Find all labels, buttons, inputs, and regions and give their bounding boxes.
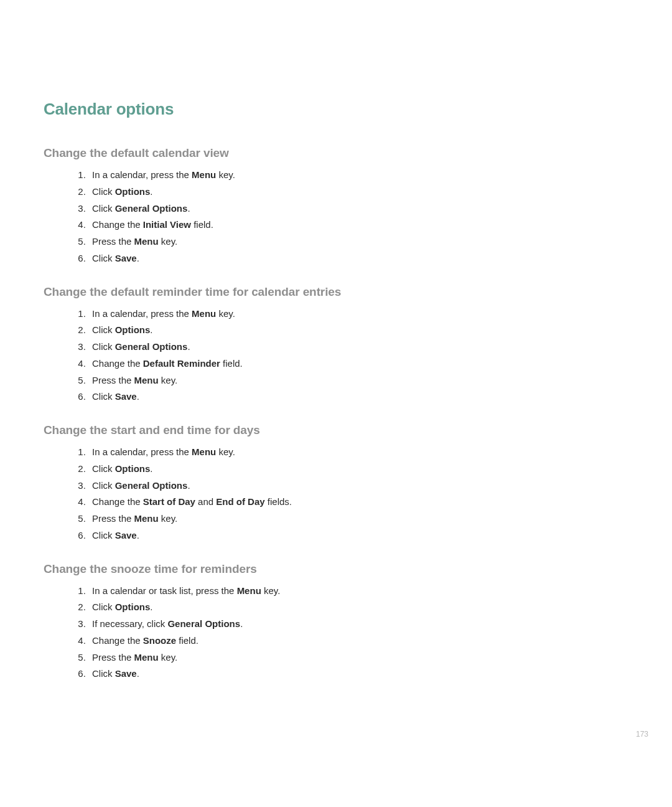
step-text: In a calendar, press the	[92, 446, 192, 457]
step-bold: Menu	[134, 375, 159, 385]
step-bold: Save	[115, 391, 137, 402]
list-item: Change the Initial View field.	[88, 217, 628, 233]
list-item: Click General Options.	[88, 339, 628, 355]
list-item: In a calendar or task list, press the Me…	[88, 583, 628, 599]
section-heading: Change the default reminder time for cal…	[44, 285, 628, 299]
step-list: In a calendar, press the Menu key. Click…	[44, 168, 628, 267]
step-text: Change the	[92, 219, 143, 230]
step-text: key.	[159, 236, 178, 247]
step-text: In a calendar, press the	[92, 169, 192, 180]
step-text: key.	[216, 446, 235, 457]
step-bold: Menu	[134, 652, 159, 663]
list-item: Click Save.	[88, 666, 628, 682]
step-bold: Menu	[192, 308, 216, 319]
step-list: In a calendar, press the Menu key. Click…	[44, 445, 628, 544]
section-default-reminder: Change the default reminder time for cal…	[44, 285, 628, 405]
step-bold: Options	[115, 463, 151, 474]
list-item: Press the Menu key.	[88, 373, 628, 389]
step-bold: Menu	[192, 446, 216, 457]
list-item: Click Save.	[88, 528, 628, 544]
step-bold: Start of Day	[143, 496, 195, 507]
step-text: In a calendar, press the	[92, 308, 192, 319]
step-bold: General Options	[115, 341, 188, 352]
step-text: .	[137, 668, 139, 679]
section-snooze-time: Change the snooze time for reminders In …	[44, 562, 628, 682]
step-text: .	[137, 391, 139, 402]
step-text: Change the	[92, 358, 143, 369]
step-text: field.	[220, 358, 243, 369]
step-text: Click	[92, 668, 115, 679]
step-text: Click	[92, 480, 115, 491]
step-text: .	[150, 602, 152, 612]
step-text: fields.	[265, 496, 292, 507]
list-item: Change the Start of Day and End of Day f…	[88, 494, 628, 510]
step-text: Click	[92, 602, 115, 612]
step-text: Click	[92, 203, 115, 214]
step-text: Press the	[92, 375, 134, 385]
step-text: .	[137, 530, 139, 540]
step-bold: Default Reminder	[143, 358, 220, 369]
list-item: Press the Menu key.	[88, 234, 628, 250]
list-item: Click Save.	[88, 251, 628, 267]
list-item: Click General Options.	[88, 201, 628, 217]
list-item: Click Options.	[88, 600, 628, 615]
step-text: .	[150, 463, 152, 474]
list-item: Click General Options.	[88, 478, 628, 494]
page-number: 173	[636, 730, 648, 739]
step-text: .	[187, 203, 190, 214]
list-item: Change the Snooze field.	[88, 633, 628, 649]
section-start-end-time: Change the start and end time for days I…	[44, 423, 628, 544]
document-page: Calendar options Change the default cale…	[0, 0, 672, 807]
step-bold: Snooze	[143, 635, 176, 646]
step-bold: Menu	[134, 513, 159, 524]
step-text: key.	[159, 652, 178, 663]
step-text: In a calendar or task list, press the	[92, 585, 237, 596]
step-text: field.	[176, 635, 198, 646]
step-text: and	[195, 496, 216, 507]
step-text: .	[187, 480, 190, 491]
list-item: Change the Default Reminder field.	[88, 356, 628, 372]
step-text: Click	[92, 324, 115, 335]
step-text: .	[137, 253, 139, 263]
section-heading: Change the snooze time for reminders	[44, 562, 628, 576]
list-item: In a calendar, press the Menu key.	[88, 445, 628, 460]
step-text: Click	[92, 463, 115, 474]
step-bold: Menu	[237, 585, 261, 596]
step-bold: Menu	[134, 236, 159, 247]
list-item: In a calendar, press the Menu key.	[88, 306, 628, 322]
step-bold: Save	[115, 530, 137, 540]
step-bold: Options	[115, 186, 151, 197]
step-text: key.	[216, 308, 235, 319]
list-item: Press the Menu key.	[88, 650, 628, 666]
step-bold: Options	[115, 324, 151, 335]
step-text: .	[240, 618, 243, 629]
step-bold: Save	[115, 668, 137, 679]
step-text: field.	[191, 219, 213, 230]
step-text: Change the	[92, 635, 143, 646]
step-text: Press the	[92, 652, 134, 663]
step-text: If necessary, click	[92, 618, 167, 629]
step-text: .	[150, 186, 152, 197]
step-bold: Save	[115, 253, 137, 263]
step-text: .	[150, 324, 152, 335]
step-bold: General Options	[115, 480, 188, 491]
step-bold: Options	[115, 602, 151, 612]
step-list: In a calendar, press the Menu key. Click…	[44, 306, 628, 405]
section-heading: Change the default calendar view	[44, 146, 628, 160]
step-text: key.	[261, 585, 281, 596]
step-text: Click	[92, 391, 115, 402]
step-text: Press the	[92, 236, 134, 247]
step-text: Click	[92, 341, 115, 352]
step-bold: General Options	[167, 618, 240, 629]
list-item: Click Options.	[88, 184, 628, 200]
step-text: key.	[216, 169, 235, 180]
step-text: Click	[92, 186, 115, 197]
step-text: key.	[159, 513, 178, 524]
list-item: Click Options.	[88, 461, 628, 477]
page-title: Calendar options	[44, 100, 628, 119]
list-item: If necessary, click General Options.	[88, 616, 628, 632]
step-text: .	[187, 341, 190, 352]
step-bold: Menu	[192, 169, 216, 180]
section-default-view: Change the default calendar view In a ca…	[44, 146, 628, 267]
step-bold: End of Day	[216, 496, 264, 507]
